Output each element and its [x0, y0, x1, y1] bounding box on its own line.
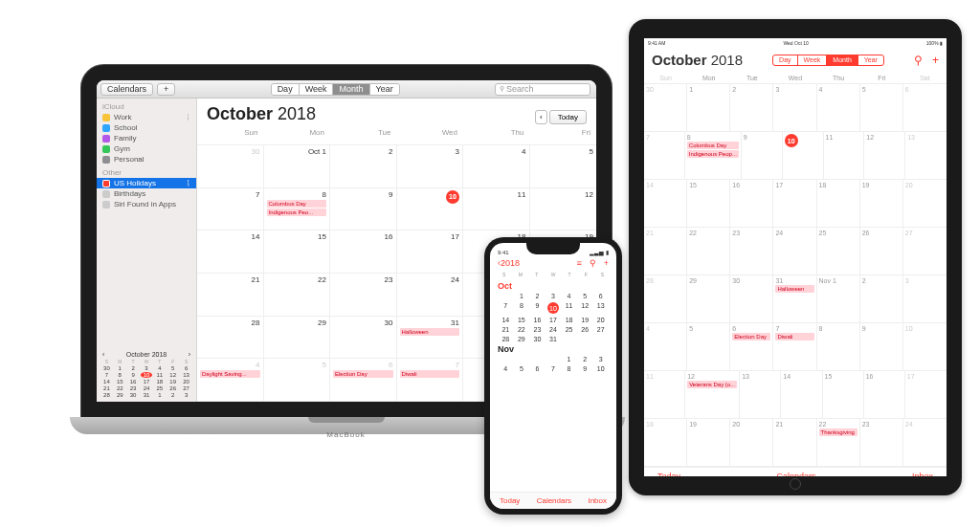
day-cell[interactable]: 7Diwali	[397, 359, 464, 401]
day-cell[interactable]: Nov 1	[817, 275, 860, 322]
day-cell[interactable]: 26	[860, 228, 903, 274]
event-pill[interactable]: Diwali	[775, 333, 813, 340]
day-cell[interactable]: 31Halloween	[773, 275, 816, 322]
day-cell[interactable]: 14	[197, 231, 264, 273]
day-cell[interactable]: 22	[687, 228, 730, 274]
day-cell[interactable]: 4	[498, 365, 514, 372]
day-cell[interactable]: 24	[903, 419, 947, 466]
day-cell[interactable]: 8Columbus DayIndigenous Peop...	[685, 132, 742, 179]
event-pill[interactable]: Daylight Saving...	[200, 370, 260, 378]
day-cell[interactable]: 11	[824, 132, 865, 179]
today-button[interactable]: Today	[657, 472, 680, 476]
day-cell[interactable]: 1	[687, 84, 730, 131]
day-cell[interactable]: 7	[498, 302, 514, 314]
day-cell[interactable]: 6	[903, 84, 947, 131]
calendars-button[interactable]: Calendars	[537, 496, 571, 505]
day-cell[interactable]: 17	[397, 231, 464, 273]
search-icon[interactable]: ⚲	[914, 54, 923, 67]
sidebar-item-work[interactable]: Work⦚	[97, 112, 196, 122]
day-cell[interactable]: 4Daylight Saving...	[197, 359, 264, 401]
seg-year[interactable]: Year	[370, 84, 399, 95]
day-cell[interactable]	[592, 336, 609, 342]
day-cell[interactable]: 29	[514, 336, 530, 342]
event-pill[interactable]: Halloween	[775, 285, 813, 293]
day-cell[interactable]: 9	[860, 323, 903, 370]
day-cell[interactable]: 23	[529, 326, 546, 333]
day-cell[interactable]: 17	[905, 371, 947, 418]
day-cell[interactable]: 22Thanksgiving	[817, 419, 860, 466]
seg-week[interactable]: Week	[798, 55, 828, 65]
day-cell[interactable]: 29	[687, 275, 730, 322]
day-cell[interactable]: 21	[644, 228, 687, 274]
day-cell[interactable]: 26	[577, 326, 593, 333]
day-cell[interactable]: 3	[592, 356, 609, 362]
event-pill[interactable]: Indigenous Peop...	[687, 150, 739, 158]
seg-year[interactable]: Year	[858, 55, 883, 65]
ipad-view-segment[interactable]: Day Week Month Year	[772, 55, 884, 66]
day-cell[interactable]: 20	[903, 180, 947, 227]
day-cell[interactable]: 3	[773, 84, 816, 131]
day-cell[interactable]: 11	[561, 302, 577, 314]
day-cell[interactable]: 11	[644, 371, 685, 418]
search-icon[interactable]: ⚲	[590, 258, 596, 268]
event-pill[interactable]: Diwali	[400, 370, 460, 378]
day-cell[interactable]: 13	[740, 371, 781, 418]
day-cell[interactable]: 2	[730, 84, 773, 131]
day-cell[interactable]: 12Veterans Day (o...	[685, 371, 740, 418]
day-cell[interactable]: 30	[730, 275, 773, 322]
day-cell[interactable]: 10	[546, 302, 562, 314]
seg-month[interactable]: Month	[827, 55, 858, 65]
mac-view-segment[interactable]: Day Week Month Year	[271, 83, 400, 96]
today-button[interactable]: Today	[500, 496, 520, 505]
day-cell[interactable]: 7	[197, 188, 264, 231]
day-cell[interactable]: 3	[903, 275, 947, 322]
day-cell[interactable]: 2	[529, 293, 546, 299]
day-cell[interactable]: 18	[817, 180, 860, 227]
day-cell[interactable]: 17	[773, 180, 816, 227]
event-pill[interactable]: Columbus Day	[687, 142, 739, 149]
day-cell[interactable]: 30	[644, 84, 687, 131]
day-cell[interactable]: 4	[463, 145, 530, 187]
day-cell[interactable]: 28	[644, 275, 687, 322]
ipad-home-button[interactable]	[790, 478, 801, 490]
day-cell[interactable]: 4	[644, 323, 687, 370]
day-cell[interactable]: 16	[730, 180, 773, 227]
day-cell[interactable]: 31Halloween	[397, 317, 464, 359]
day-cell[interactable]: 23	[330, 274, 397, 316]
day-cell[interactable]: 13	[592, 302, 609, 314]
day-cell[interactable]: 24	[397, 274, 464, 316]
day-cell[interactable]: 6	[592, 293, 609, 299]
day-cell[interactable]: 5	[530, 145, 597, 187]
day-cell[interactable]: 14	[498, 317, 514, 323]
seg-day[interactable]: Day	[272, 84, 300, 95]
day-cell[interactable]: 6Election Day	[330, 359, 397, 401]
event-pill[interactable]: Election Day	[333, 370, 393, 378]
day-cell[interactable]: 14	[781, 371, 822, 418]
day-cell[interactable]: 15	[514, 317, 530, 323]
inbox-button[interactable]: Inbox	[912, 472, 933, 476]
sidebar-item-family[interactable]: Family	[97, 133, 196, 143]
day-cell[interactable]: 10	[903, 323, 947, 370]
day-cell[interactable]: 19	[860, 180, 903, 227]
day-cell[interactable]: 15	[264, 231, 331, 273]
day-cell[interactable]: 7	[644, 132, 685, 179]
day-cell[interactable]: 6Election Day	[730, 323, 773, 370]
day-cell[interactable]: 6	[529, 365, 546, 372]
day-cell[interactable]: 10	[783, 132, 824, 179]
day-cell[interactable]: 21	[773, 419, 816, 466]
day-cell[interactable]: 18	[644, 419, 687, 466]
day-cell[interactable]: 9	[330, 188, 397, 231]
day-cell[interactable]: 7Diwali	[773, 323, 816, 370]
day-cell[interactable]: 16	[529, 317, 546, 323]
day-cell[interactable]	[546, 356, 562, 362]
sidebar-item-birthdays[interactable]: Birthdays	[97, 188, 196, 199]
day-cell[interactable]: 31	[546, 336, 562, 342]
list-icon[interactable]: ≡	[576, 258, 581, 268]
event-pill[interactable]: Halloween	[400, 328, 460, 336]
day-cell[interactable]: 4	[817, 84, 860, 131]
day-cell[interactable]: 30	[197, 145, 264, 187]
day-cell[interactable]: 1	[514, 293, 530, 299]
add-event-button[interactable]: +	[932, 54, 939, 67]
day-cell[interactable]: 3	[546, 293, 562, 299]
seg-day[interactable]: Day	[773, 55, 797, 65]
